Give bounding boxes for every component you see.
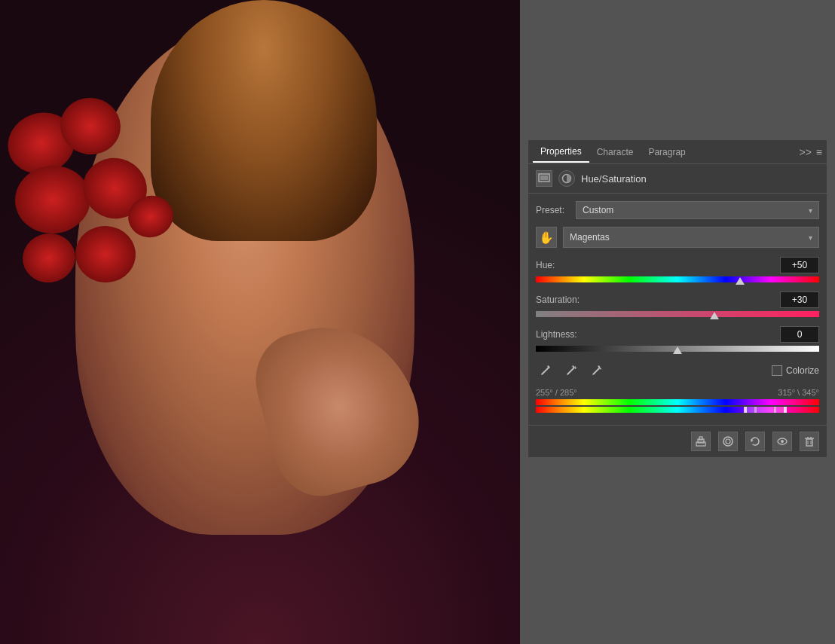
properties-panel: Properties Characte Paragrap >> ≡ bbox=[528, 139, 827, 458]
channel-arrow-icon: ▾ bbox=[809, 233, 812, 242]
svg-text:-: - bbox=[599, 365, 601, 372]
visibility-icon bbox=[776, 435, 788, 447]
lightness-label: Lightness: bbox=[536, 329, 577, 340]
svg-point-14 bbox=[723, 437, 733, 446]
color-range: 255° / 285° 315° \ 345° bbox=[536, 388, 819, 413]
mask-icon bbox=[722, 435, 734, 447]
trash-icon bbox=[803, 435, 815, 447]
eyedroppers-row: + - Colorize bbox=[536, 361, 819, 380]
saturation-slider-row: Saturation: +30 bbox=[536, 291, 819, 317]
eyedropper-sample-icon bbox=[540, 365, 552, 377]
eyedropper-sample-btn[interactable] bbox=[536, 361, 555, 380]
preset-dropdown[interactable]: Custom ▾ bbox=[576, 201, 819, 219]
svg-rect-1 bbox=[540, 175, 548, 180]
panel-footer bbox=[528, 425, 827, 457]
right-panel: Properties Characte Paragrap >> ≡ bbox=[520, 0, 835, 644]
eyedropper-subtract-icon: - bbox=[591, 365, 603, 377]
hue-track[interactable] bbox=[536, 276, 819, 282]
panel-header: Hue/Saturation bbox=[528, 164, 827, 194]
eyedropper-add-icon: + bbox=[565, 365, 577, 377]
lightness-header: Lightness: 0 bbox=[536, 326, 819, 343]
saturation-value[interactable]: +30 bbox=[780, 291, 819, 308]
eyedropper-subtract-btn[interactable]: - bbox=[587, 361, 607, 380]
lightness-slider-row: Lightness: 0 bbox=[536, 326, 819, 352]
preset-label: Preset: bbox=[536, 205, 570, 215]
reset-icon bbox=[749, 435, 761, 447]
channel-dropdown[interactable]: Magentas ▾ bbox=[563, 227, 819, 248]
hue-thumb[interactable] bbox=[736, 274, 745, 285]
saturation-track[interactable] bbox=[536, 311, 819, 317]
svg-point-17 bbox=[781, 440, 784, 443]
tab-overflow-area: >> ≡ bbox=[799, 146, 822, 158]
colorize-row: Colorize bbox=[772, 365, 819, 376]
svg-line-5 bbox=[568, 368, 573, 374]
canvas-area bbox=[0, 0, 520, 644]
spectrum-bottom[interactable] bbox=[536, 407, 819, 413]
colorize-label: Colorize bbox=[786, 365, 819, 376]
selection-inner-right-handle[interactable] bbox=[774, 407, 776, 413]
layer-icon bbox=[538, 173, 550, 184]
hue-slider-row: Hue: +50 bbox=[536, 257, 819, 282]
hand-tool-icon[interactable]: ✋ bbox=[536, 227, 557, 248]
selection-inner-left-handle[interactable] bbox=[754, 407, 757, 413]
visibility-btn[interactable] bbox=[772, 432, 792, 451]
panel-content: Preset: Custom ▾ ✋ Magentas ▾ Hue bbox=[528, 194, 827, 420]
channel-value: Magentas bbox=[570, 232, 610, 243]
preset-row: Preset: Custom ▾ bbox=[536, 201, 819, 219]
tab-menu-btn[interactable]: ≡ bbox=[816, 146, 822, 158]
hand-icon-symbol: ✋ bbox=[539, 230, 554, 245]
flowers bbox=[0, 98, 188, 339]
svg-line-8 bbox=[594, 368, 599, 374]
selection-left-handle[interactable] bbox=[744, 407, 747, 413]
colorize-checkbox[interactable] bbox=[772, 365, 782, 376]
spectrum-top[interactable] bbox=[536, 399, 819, 405]
panel-tabs: Properties Characte Paragrap >> ≡ bbox=[528, 140, 827, 164]
preset-arrow-icon: ▾ bbox=[809, 206, 812, 215]
delete-btn[interactable] bbox=[800, 432, 819, 451]
tab-character[interactable]: Characte bbox=[589, 142, 641, 162]
range-right-marker: 315° \ 345° bbox=[778, 388, 819, 397]
clip-to-layer-btn[interactable] bbox=[691, 432, 711, 451]
range-markers: 255° / 285° 315° \ 345° bbox=[536, 388, 819, 397]
svg-line-3 bbox=[543, 368, 549, 374]
svg-rect-13 bbox=[699, 437, 702, 440]
magenta-selection-zone bbox=[745, 407, 785, 413]
saturation-header: Saturation: +30 bbox=[536, 291, 819, 308]
layer-icon-btn[interactable] bbox=[536, 170, 552, 187]
mask-btn[interactable] bbox=[718, 432, 738, 451]
lightness-track[interactable] bbox=[536, 346, 819, 352]
channel-row: ✋ Magentas ▾ bbox=[536, 227, 819, 248]
saturation-thumb[interactable] bbox=[710, 309, 719, 319]
range-left-marker: 255° / 285° bbox=[536, 388, 577, 397]
saturation-label: Saturation: bbox=[536, 295, 580, 305]
tab-properties[interactable]: Properties bbox=[533, 142, 589, 163]
circle-icon bbox=[561, 173, 572, 184]
lightness-thumb[interactable] bbox=[673, 343, 682, 354]
tab-overflow-btn[interactable]: >> bbox=[799, 146, 811, 158]
eyedropper-add-btn[interactable]: + bbox=[561, 361, 581, 380]
selection-right-handle[interactable] bbox=[784, 407, 787, 413]
svg-text:+: + bbox=[573, 365, 577, 371]
tab-paragraph[interactable]: Paragrap bbox=[641, 142, 693, 162]
hue-label: Hue: bbox=[536, 260, 555, 270]
lightness-value[interactable]: 0 bbox=[780, 326, 819, 343]
preset-value: Custom bbox=[583, 205, 613, 215]
hue-header: Hue: +50 bbox=[536, 257, 819, 273]
svg-point-15 bbox=[726, 439, 730, 444]
panel-title: Hue/Saturation bbox=[581, 173, 647, 185]
reset-btn[interactable] bbox=[745, 432, 765, 451]
circle-icon-btn[interactable] bbox=[558, 170, 575, 187]
svg-rect-18 bbox=[806, 439, 812, 446]
hue-value[interactable]: +50 bbox=[780, 257, 819, 273]
clip-icon bbox=[695, 435, 707, 447]
